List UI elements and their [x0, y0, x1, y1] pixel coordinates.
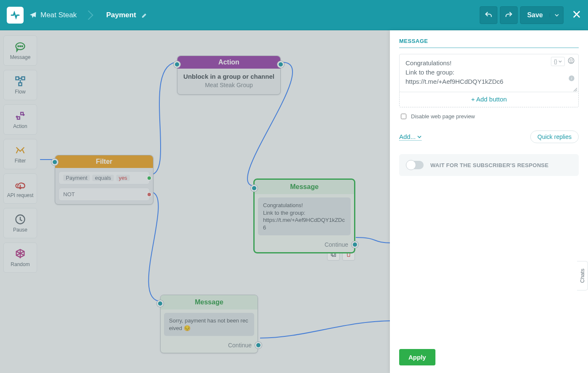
port-in[interactable] [157, 300, 164, 307]
svg-point-2 [20, 46, 21, 47]
edit-icon[interactable] [141, 12, 148, 19]
sidebar-item-pause[interactable]: Pause [3, 208, 37, 238]
sidebar-item-label: Random [11, 261, 30, 267]
sidebar-item-label: Action [13, 123, 27, 129]
disable-preview-input[interactable] [401, 114, 406, 119]
action-subtitle: Meat Steak Group [183, 82, 275, 88]
node-header: Action [177, 56, 280, 69]
undo-button[interactable] [480, 6, 497, 24]
topbar: Meat Steak Payment Save [0, 0, 588, 30]
breadcrumb-page: Payment [106, 11, 148, 19]
node-header: Filter [55, 155, 153, 168]
resize-handle-icon[interactable] [572, 86, 577, 91]
pause-icon [14, 213, 26, 225]
wait-response-label: WAIT FOR THE SUBSCRIBER'S RESPONSE [430, 162, 549, 168]
emoji-button[interactable] [567, 57, 575, 66]
random-icon [14, 248, 26, 260]
svg-rect-6 [19, 83, 22, 86]
quick-replies-button[interactable]: Quick replies [530, 131, 579, 143]
info-icon[interactable]: i [568, 75, 575, 83]
svg-rect-4 [16, 77, 19, 80]
variables-button[interactable]: {} [551, 57, 565, 66]
add-menu[interactable]: Add... [399, 133, 422, 141]
port-in[interactable] [174, 61, 180, 68]
sidebar: Message Flow Action Filter API request P… [0, 30, 40, 373]
telegram-icon [29, 11, 37, 19]
disable-preview-checkbox[interactable]: Disable web page preview [399, 112, 579, 120]
svg-point-1 [18, 46, 19, 47]
action-title: Unblock in a group or channel [183, 73, 275, 80]
sidebar-item-label: Flow [15, 89, 25, 95]
flow-icon [14, 75, 26, 87]
sidebar-item-random[interactable]: Random [3, 242, 37, 273]
chats-side-tab[interactable]: Chats [577, 261, 588, 290]
filter-not-label: NOT [63, 191, 75, 197]
sidebar-item-message[interactable]: Message [3, 35, 37, 66]
save-dropdown[interactable] [550, 13, 563, 17]
message-icon [14, 41, 26, 53]
close-button[interactable] [572, 8, 581, 22]
node-header: Message [255, 180, 354, 194]
svg-point-14 [572, 60, 573, 61]
message-text[interactable]: Congratulations! Link to the group: http… [405, 59, 572, 86]
sidebar-item-flow[interactable]: Flow [3, 70, 37, 100]
sidebar-item-filter[interactable]: Filter [3, 139, 37, 169]
filter-not-row[interactable]: NOT [59, 188, 150, 201]
svg-point-3 [22, 46, 23, 47]
redo-button[interactable] [500, 6, 518, 24]
node-message-1[interactable]: Message Congratulations! Link to the gro… [254, 179, 355, 253]
node-filter[interactable]: Filter Payment equals yes NOT [55, 155, 153, 205]
svg-rect-10 [332, 253, 336, 256]
filter-condition-row[interactable]: Payment equals yes [59, 171, 150, 184]
node-header: Message [161, 295, 258, 309]
filter-op: equals [92, 175, 113, 181]
wait-response-card: WAIT FOR THE SUBSCRIBER'S RESPONSE [399, 154, 579, 176]
svg-rect-5 [22, 77, 25, 80]
toolbar: Save [480, 6, 581, 24]
filter-field: Payment [63, 175, 90, 181]
sidebar-item-action[interactable]: Action [3, 104, 37, 135]
port-out-false[interactable] [147, 192, 152, 197]
app-logo[interactable] [7, 7, 24, 24]
port-in[interactable] [251, 185, 258, 192]
sidebar-item-label: Pause [13, 227, 27, 233]
port-out-true[interactable] [147, 176, 152, 181]
port-out-continue[interactable] [255, 342, 262, 349]
svg-rect-8 [17, 117, 20, 119]
filter-value: yes [116, 175, 130, 181]
apply-button[interactable]: Apply [399, 349, 435, 365]
message-editor-panel: MESSAGE {} Congratulations! Link to the … [390, 30, 588, 373]
breadcrumb-chevron-icon [85, 0, 93, 30]
message-textbox[interactable]: {} Congratulations! Link to the group: h… [399, 54, 579, 92]
node-action[interactable]: Action Unblock in a group or channel Mea… [177, 56, 281, 95]
continue-label: Continue [228, 342, 252, 349]
continue-label: Continue [325, 241, 348, 248]
action-icon [14, 110, 26, 122]
disable-preview-label: Disable web page preview [411, 113, 475, 120]
sidebar-item-label: API request [7, 192, 34, 198]
sidebar-item-label: Message [10, 54, 31, 60]
save-button[interactable]: Save [520, 6, 564, 24]
port-in[interactable] [51, 159, 58, 165]
message-content: Sorry, payment has not been received 😔 [164, 313, 254, 336]
sidebar-item-api[interactable]: API request [3, 173, 37, 204]
api-icon [14, 179, 26, 191]
save-label: Save [521, 11, 550, 19]
project-name[interactable]: Meat Steak [40, 11, 77, 19]
filter-icon [14, 144, 26, 156]
add-label: Add... [399, 133, 416, 140]
svg-rect-7 [21, 112, 23, 115]
sidebar-item-label: Filter [15, 158, 26, 164]
svg-point-13 [570, 60, 571, 61]
port-out[interactable] [277, 61, 284, 68]
node-message-2[interactable]: Message Sorry, payment has not been rece… [160, 295, 258, 353]
svg-point-12 [568, 58, 574, 64]
chevron-down-icon [417, 135, 422, 139]
wait-response-toggle[interactable] [407, 161, 424, 169]
panel-title: MESSAGE [399, 38, 579, 48]
breadcrumb: Meat Steak [29, 11, 77, 19]
page-title: Payment [106, 11, 136, 19]
add-button-button[interactable]: + Add button [399, 91, 579, 107]
message-content: Congratulations! Link to the group: http… [258, 197, 351, 235]
